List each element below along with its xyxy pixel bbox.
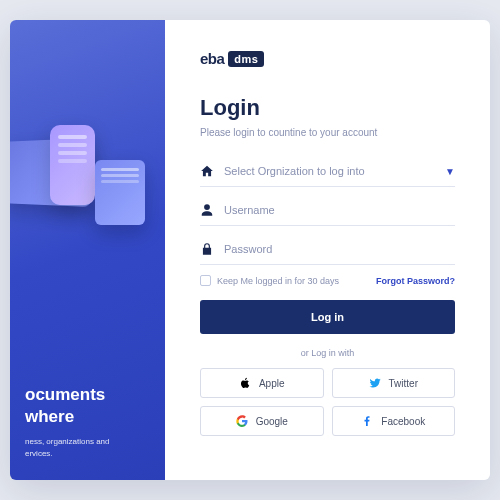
hero-title: ocuments where: [25, 384, 150, 428]
keep-logged-label: Keep Me logged in for 30 days: [217, 276, 339, 286]
facebook-login-button[interactable]: Facebook: [332, 406, 456, 436]
username-input[interactable]: Username: [200, 195, 455, 226]
user-icon: [200, 203, 214, 217]
password-input[interactable]: Password: [200, 234, 455, 265]
apple-icon: [239, 377, 251, 389]
google-login-button[interactable]: Google: [200, 406, 324, 436]
devices-illustration: [10, 110, 180, 260]
chevron-down-icon: ▼: [445, 166, 455, 177]
keep-logged-checkbox[interactable]: Keep Me logged in for 30 days: [200, 275, 339, 286]
logo-text-dms: dms: [228, 51, 264, 67]
password-placeholder: Password: [224, 243, 455, 255]
checkbox-box: [200, 275, 211, 286]
twitter-label: Twitter: [389, 378, 418, 389]
hero-panel: ocuments where ness, organizations and e…: [10, 20, 165, 480]
hero-subtitle: ness, organizations and ervices.: [25, 436, 150, 460]
organization-placeholder: Select Orgnization to log into: [224, 165, 445, 177]
login-card: ocuments where ness, organizations and e…: [10, 20, 490, 480]
page-subtitle: Please login to countine to your account: [200, 127, 455, 138]
apple-login-button[interactable]: Apple: [200, 368, 324, 398]
twitter-icon: [369, 377, 381, 389]
login-button[interactable]: Log in: [200, 300, 455, 334]
facebook-label: Facebook: [381, 416, 425, 427]
facebook-icon: [361, 415, 373, 427]
organization-select[interactable]: Select Orgnization to log into ▼: [200, 156, 455, 187]
logo-text-eba: eba: [200, 50, 224, 67]
login-panel: eba dms Login Please login to countine t…: [165, 20, 490, 480]
twitter-login-button[interactable]: Twitter: [332, 368, 456, 398]
forgot-password-link[interactable]: Forgot Password?: [376, 276, 455, 286]
brand-logo: eba dms: [200, 50, 455, 67]
username-placeholder: Username: [224, 204, 455, 216]
apple-label: Apple: [259, 378, 285, 389]
social-login-grid: Apple Twitter Google Facebook: [200, 368, 455, 436]
google-label: Google: [256, 416, 288, 427]
page-title: Login: [200, 95, 455, 121]
or-divider: or Log in with: [200, 348, 455, 358]
home-icon: [200, 164, 214, 178]
lock-icon: [200, 242, 214, 256]
google-icon: [236, 415, 248, 427]
